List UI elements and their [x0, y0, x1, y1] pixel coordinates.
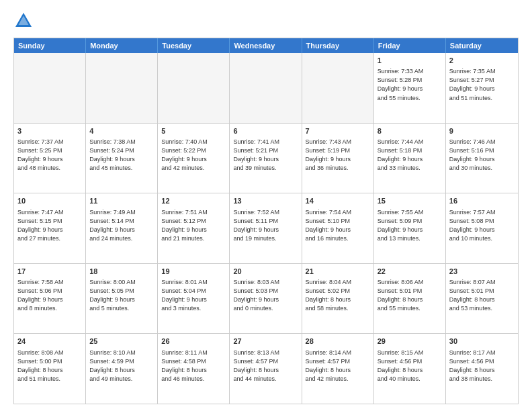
day-info: Sunrise: 7:57 AM Sunset: 5:08 PM Dayligh… — [449, 208, 515, 243]
weekday-header: Monday — [86, 38, 158, 53]
day-number: 16 — [449, 196, 515, 206]
day-number: 20 — [233, 267, 298, 277]
day-number: 18 — [89, 267, 154, 277]
day-number: 8 — [378, 126, 442, 136]
day-number: 17 — [17, 267, 82, 277]
day-number: 11 — [89, 196, 154, 206]
calendar-cell: 1Sunrise: 7:33 AM Sunset: 5:28 PM Daylig… — [374, 53, 446, 123]
calendar-row: 10Sunrise: 7:47 AM Sunset: 5:15 PM Dayli… — [14, 193, 518, 263]
calendar-cell: 25Sunrise: 8:10 AM Sunset: 4:59 PM Dayli… — [86, 334, 158, 404]
calendar-cell: 28Sunrise: 8:14 AM Sunset: 4:57 PM Dayli… — [302, 334, 374, 404]
day-number: 1 — [378, 56, 442, 66]
day-number: 7 — [306, 126, 370, 136]
day-number: 26 — [161, 336, 226, 347]
day-info: Sunrise: 7:40 AM Sunset: 5:22 PM Dayligh… — [161, 138, 226, 173]
day-number: 13 — [233, 196, 298, 206]
day-number: 3 — [17, 126, 82, 136]
logo-icon — [13, 11, 34, 31]
page: SundayMondayTuesdayWednesdayThursdayFrid… — [0, 0, 532, 411]
calendar-cell: 26Sunrise: 8:11 AM Sunset: 4:58 PM Dayli… — [158, 334, 230, 404]
calendar-cell: 6Sunrise: 7:41 AM Sunset: 5:21 PM Daylig… — [230, 124, 302, 193]
day-info: Sunrise: 8:01 AM Sunset: 5:04 PM Dayligh… — [161, 278, 226, 313]
calendar-cell: 22Sunrise: 8:06 AM Sunset: 5:01 PM Dayli… — [374, 264, 446, 334]
calendar-cell: 7Sunrise: 7:43 AM Sunset: 5:19 PM Daylig… — [302, 124, 374, 193]
day-number: 9 — [449, 126, 515, 136]
day-info: Sunrise: 8:04 AM Sunset: 5:02 PM Dayligh… — [306, 278, 370, 313]
day-info: Sunrise: 8:07 AM Sunset: 5:01 PM Dayligh… — [449, 278, 515, 313]
weekday-header: Tuesday — [158, 38, 230, 53]
empty-cell — [158, 53, 230, 123]
day-number: 21 — [306, 267, 370, 277]
day-info: Sunrise: 7:51 AM Sunset: 5:12 PM Dayligh… — [161, 208, 226, 243]
empty-cell — [14, 53, 86, 123]
day-info: Sunrise: 7:38 AM Sunset: 5:24 PM Dayligh… — [89, 138, 154, 173]
day-info: Sunrise: 8:00 AM Sunset: 5:05 PM Dayligh… — [89, 278, 154, 313]
day-number: 29 — [378, 336, 442, 347]
calendar-row: 1Sunrise: 7:33 AM Sunset: 5:28 PM Daylig… — [14, 53, 518, 123]
day-number: 24 — [17, 336, 82, 347]
calendar-cell: 13Sunrise: 7:52 AM Sunset: 5:11 PM Dayli… — [230, 193, 302, 263]
calendar-cell: 21Sunrise: 8:04 AM Sunset: 5:02 PM Dayli… — [302, 264, 374, 334]
calendar-cell: 3Sunrise: 7:37 AM Sunset: 5:25 PM Daylig… — [14, 124, 86, 193]
calendar-cell: 8Sunrise: 7:44 AM Sunset: 5:18 PM Daylig… — [374, 124, 446, 193]
day-info: Sunrise: 8:10 AM Sunset: 4:59 PM Dayligh… — [89, 349, 154, 383]
day-info: Sunrise: 7:44 AM Sunset: 5:18 PM Dayligh… — [378, 138, 442, 173]
day-info: Sunrise: 8:15 AM Sunset: 4:56 PM Dayligh… — [378, 349, 442, 383]
empty-cell — [302, 53, 374, 123]
day-info: Sunrise: 8:17 AM Sunset: 4:56 PM Dayligh… — [449, 349, 515, 383]
calendar-cell: 5Sunrise: 7:40 AM Sunset: 5:22 PM Daylig… — [158, 124, 230, 193]
calendar-cell: 30Sunrise: 8:17 AM Sunset: 4:56 PM Dayli… — [446, 334, 518, 404]
day-number: 10 — [17, 196, 82, 206]
calendar-cell: 4Sunrise: 7:38 AM Sunset: 5:24 PM Daylig… — [86, 124, 158, 193]
day-number: 27 — [233, 336, 298, 347]
calendar-cell: 23Sunrise: 8:07 AM Sunset: 5:01 PM Dayli… — [446, 264, 518, 334]
day-number: 19 — [161, 267, 226, 277]
logo — [13, 11, 36, 31]
calendar-cell: 14Sunrise: 7:54 AM Sunset: 5:10 PM Dayli… — [302, 193, 374, 263]
calendar-cell: 27Sunrise: 8:13 AM Sunset: 4:57 PM Dayli… — [230, 334, 302, 404]
weekday-header: Saturday — [446, 38, 518, 53]
day-number: 4 — [89, 126, 154, 136]
day-info: Sunrise: 8:14 AM Sunset: 4:57 PM Dayligh… — [306, 349, 370, 383]
calendar-cell: 15Sunrise: 7:55 AM Sunset: 5:09 PM Dayli… — [374, 193, 446, 263]
day-info: Sunrise: 7:35 AM Sunset: 5:27 PM Dayligh… — [449, 67, 515, 102]
day-info: Sunrise: 8:03 AM Sunset: 5:03 PM Dayligh… — [233, 278, 298, 313]
calendar-cell: 18Sunrise: 8:00 AM Sunset: 5:05 PM Dayli… — [86, 264, 158, 334]
day-info: Sunrise: 7:43 AM Sunset: 5:19 PM Dayligh… — [306, 138, 370, 173]
empty-cell — [86, 53, 158, 123]
calendar-cell: 2Sunrise: 7:35 AM Sunset: 5:27 PM Daylig… — [446, 53, 518, 123]
day-info: Sunrise: 7:49 AM Sunset: 5:14 PM Dayligh… — [89, 208, 154, 243]
day-info: Sunrise: 7:37 AM Sunset: 5:25 PM Dayligh… — [17, 138, 82, 173]
day-info: Sunrise: 7:33 AM Sunset: 5:28 PM Dayligh… — [378, 67, 442, 102]
day-info: Sunrise: 7:55 AM Sunset: 5:09 PM Dayligh… — [378, 208, 442, 243]
day-number: 22 — [378, 267, 442, 277]
header — [13, 11, 519, 31]
day-info: Sunrise: 8:06 AM Sunset: 5:01 PM Dayligh… — [378, 278, 442, 313]
calendar-cell: 17Sunrise: 7:58 AM Sunset: 5:06 PM Dayli… — [14, 264, 86, 334]
calendar-header: SundayMondayTuesdayWednesdayThursdayFrid… — [14, 38, 518, 53]
calendar-body: 1Sunrise: 7:33 AM Sunset: 5:28 PM Daylig… — [14, 53, 518, 404]
day-number: 30 — [449, 336, 515, 347]
calendar-cell: 10Sunrise: 7:47 AM Sunset: 5:15 PM Dayli… — [14, 193, 86, 263]
calendar-cell: 19Sunrise: 8:01 AM Sunset: 5:04 PM Dayli… — [158, 264, 230, 334]
day-number: 28 — [306, 336, 370, 347]
day-number: 2 — [449, 56, 515, 66]
calendar-cell: 29Sunrise: 8:15 AM Sunset: 4:56 PM Dayli… — [374, 334, 446, 404]
day-info: Sunrise: 7:54 AM Sunset: 5:10 PM Dayligh… — [306, 208, 370, 243]
day-number: 23 — [449, 267, 515, 277]
weekday-header: Wednesday — [230, 38, 302, 53]
day-number: 12 — [161, 196, 226, 206]
calendar-cell: 12Sunrise: 7:51 AM Sunset: 5:12 PM Dayli… — [158, 193, 230, 263]
calendar: SundayMondayTuesdayWednesdayThursdayFrid… — [13, 38, 519, 404]
calendar-cell: 11Sunrise: 7:49 AM Sunset: 5:14 PM Dayli… — [86, 193, 158, 263]
day-number: 25 — [89, 336, 154, 347]
day-info: Sunrise: 8:08 AM Sunset: 5:00 PM Dayligh… — [17, 349, 82, 383]
calendar-cell: 24Sunrise: 8:08 AM Sunset: 5:00 PM Dayli… — [14, 334, 86, 404]
day-info: Sunrise: 7:58 AM Sunset: 5:06 PM Dayligh… — [17, 278, 82, 313]
day-number: 6 — [233, 126, 298, 136]
day-info: Sunrise: 7:46 AM Sunset: 5:16 PM Dayligh… — [449, 138, 515, 173]
weekday-header: Sunday — [14, 38, 86, 53]
calendar-row: 17Sunrise: 7:58 AM Sunset: 5:06 PM Dayli… — [14, 263, 518, 334]
calendar-cell: 20Sunrise: 8:03 AM Sunset: 5:03 PM Dayli… — [230, 264, 302, 334]
empty-cell — [230, 53, 302, 123]
